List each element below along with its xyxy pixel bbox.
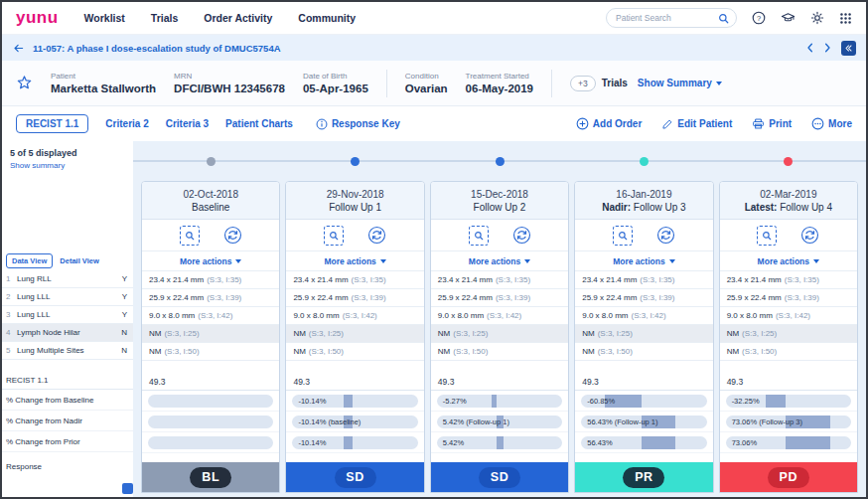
lesion-number: 4 — [6, 328, 13, 337]
measurement-value: 25.9 x 22.4 mm — [438, 293, 493, 302]
patient-search[interactable] — [606, 8, 737, 28]
more-actions-button[interactable]: More actions — [286, 251, 423, 271]
chevron-left-icon[interactable] — [805, 42, 814, 54]
pct-nadir-label: % Change from Nadir — [2, 411, 133, 431]
card-icon-row — [720, 220, 857, 251]
nav-item-order-activity[interactable]: Order Activity — [204, 12, 272, 24]
card-gap — [142, 361, 279, 373]
yunu-logo[interactable]: yunu — [16, 8, 59, 28]
scroll-left-button[interactable] — [122, 483, 133, 494]
sync-icon[interactable] — [512, 226, 531, 245]
measurement-value: 9.0 x 8.0 mm — [438, 311, 484, 320]
pct-change-bar: 56.43% — [581, 436, 706, 449]
measurement-row: NM(S:3, I:25) — [431, 325, 568, 343]
image-viewer-icon[interactable] — [180, 226, 200, 246]
data-view-button[interactable]: Data View — [6, 253, 53, 268]
search-input[interactable] — [616, 13, 718, 23]
lesion-row-1[interactable]: 1 Lung RLL Y — [2, 270, 133, 288]
measurement-value: 9.0 x 8.0 mm — [582, 311, 628, 320]
sync-icon[interactable] — [656, 226, 675, 245]
trial-title: 11-057: A phase I dose-escalation study … — [33, 43, 281, 54]
lesion-row-3[interactable]: 3 Lung LLL Y — [2, 306, 133, 324]
svg-text:?: ? — [757, 14, 761, 23]
card-gap — [720, 361, 857, 373]
patient-bar: Patient Marketta Stallworth MRN DFCI/BWH… — [2, 61, 866, 106]
image-viewer-icon[interactable] — [757, 226, 777, 246]
card-icon-row — [575, 220, 712, 251]
pct-change-bar: 56.43% (Follow-up 1) — [581, 416, 706, 428]
pct-change-value: 5.42% (Follow-up 1) — [443, 417, 509, 426]
pct-change-bar: -5.27% — [437, 395, 562, 408]
sync-icon[interactable] — [367, 226, 386, 245]
more-actions-label: More actions — [469, 256, 520, 266]
measurement-location: (S:3, I:35) — [640, 275, 674, 284]
timepoint-title: Follow Up 1 — [329, 202, 381, 213]
pct-change-value: 56.43% (Follow-up 1) — [587, 417, 657, 426]
chevron-right-icon[interactable] — [823, 42, 832, 54]
image-viewer-icon[interactable] — [613, 226, 633, 246]
measurement-row: 25.9 x 22.4 mm(S:3, I:39) — [286, 289, 423, 307]
edit-patient-button[interactable]: Edit Patient — [661, 118, 732, 130]
show-summary-button[interactable]: Show Summary — [638, 78, 722, 88]
help-icon[interactable]: ? — [752, 11, 766, 25]
more-actions-button[interactable]: More actions — [720, 251, 857, 271]
sync-icon[interactable] — [223, 226, 242, 245]
measurement-value: NM — [582, 329, 594, 338]
detail-view-button[interactable]: Detail View — [57, 254, 101, 267]
more-actions-button[interactable]: More actions — [431, 251, 568, 271]
measurement-location: (S:3, I:25) — [309, 329, 344, 338]
timepoint-title: Follow Up 2 — [474, 202, 526, 213]
caret-down-icon — [813, 259, 819, 263]
measurement-row: 25.9 x 22.4 mm(S:3, I:39) — [431, 289, 568, 307]
lesion-row-2[interactable]: 2 Lung LLL Y — [2, 288, 133, 306]
tab-patient-charts[interactable]: Patient Charts — [225, 118, 293, 129]
image-viewer-icon[interactable] — [324, 226, 344, 246]
more-button[interactable]: More — [811, 117, 852, 130]
nav-item-trials[interactable]: Trials — [151, 12, 178, 24]
tab-recist[interactable]: RECIST 1.1 — [16, 114, 88, 133]
timepoint-header: 16-Jan-2019 Nadir: Follow Up 3 — [575, 182, 712, 220]
lesion-row-4[interactable]: 4 Lymph Node Hilar N — [2, 324, 133, 342]
timeline — [141, 141, 858, 181]
collapse-panel-icon[interactable] — [841, 41, 856, 56]
sync-icon[interactable] — [800, 226, 819, 245]
show-summary-link[interactable]: Show summary — [10, 161, 125, 170]
print-button[interactable]: Print — [752, 117, 792, 130]
timeline-dot-nadir[interactable] — [640, 157, 649, 166]
trials-count-badge[interactable]: +3 — [570, 76, 596, 91]
settings-gear-icon[interactable] — [810, 11, 824, 25]
more-actions-label: More actions — [180, 256, 231, 266]
lesion-flag: Y — [122, 310, 127, 319]
lesion-row-5[interactable]: 5 Lung Multiple Sites N — [2, 342, 133, 360]
measurement-location: (S:3, I:35) — [496, 275, 530, 284]
timeline-dot-latest[interactable] — [784, 157, 793, 166]
measurement-location: (S:3, I:25) — [742, 329, 777, 338]
response-bar: SD — [286, 462, 423, 492]
search-icon[interactable] — [718, 13, 729, 24]
timeline-dot-followup-2[interactable] — [496, 157, 505, 166]
add-order-button[interactable]: Add Order — [576, 117, 642, 130]
more-actions-button[interactable]: More actions — [575, 251, 712, 271]
favorite-star-icon[interactable] — [16, 75, 33, 91]
nav-item-worklist[interactable]: Worklist — [84, 12, 125, 24]
timeline-dot-followup-1[interactable] — [351, 157, 360, 166]
more-actions-button[interactable]: More actions — [142, 251, 279, 271]
response-key-button[interactable]: Response Key — [316, 118, 400, 130]
trials-group: +3 Trials Show Summary — [570, 76, 722, 91]
pencil-icon — [661, 118, 673, 130]
measurement-value: 25.9 x 22.4 mm — [293, 293, 348, 302]
tab-criteria-3[interactable]: Criteria 3 — [166, 118, 209, 129]
back-arrow-icon[interactable] — [12, 43, 25, 54]
timepoint-title-text: Follow Up 3 — [634, 202, 686, 213]
measurement-row: NM(S:3, I:50) — [286, 343, 423, 361]
pct-change-row: -10.14% — [286, 432, 423, 453]
image-viewer-icon[interactable] — [469, 226, 489, 246]
timepoint-title-text: Follow Up 4 — [780, 202, 832, 213]
nav-item-community[interactable]: Community — [298, 12, 356, 24]
main-content: 5 of 5 displayed Show summary Data View … — [2, 141, 866, 497]
tab-criteria-2[interactable]: Criteria 2 — [105, 118, 148, 129]
timeline-dot-baseline[interactable] — [207, 157, 216, 166]
measurement-location: (S:3, I:50) — [453, 347, 488, 356]
education-icon[interactable] — [781, 11, 796, 25]
apps-grid-icon[interactable] — [839, 12, 852, 25]
